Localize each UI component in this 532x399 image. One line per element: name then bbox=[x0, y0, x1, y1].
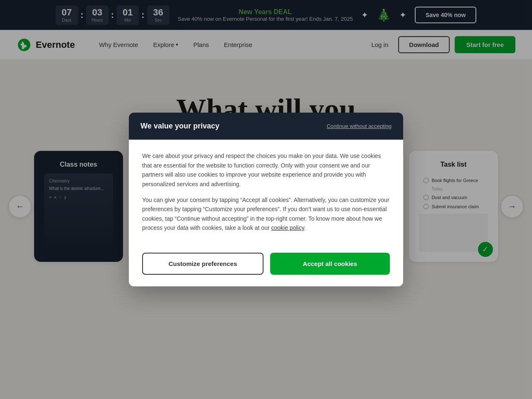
accept-all-cookies-button[interactable]: Accept all cookies bbox=[270, 253, 390, 275]
continue-without-link[interactable]: Continue without accepting bbox=[327, 123, 392, 129]
modal-body: We care about your privacy and respect t… bbox=[129, 140, 403, 244]
modal-footer: Customize preferences Accept all cookies bbox=[129, 244, 403, 286]
modal-title: We value your privacy bbox=[140, 122, 219, 131]
cookie-modal-overlay: We value your privacy Continue without a… bbox=[0, 0, 532, 309]
cookie-policy-link[interactable]: cookie policy bbox=[271, 224, 304, 231]
modal-para-2-text: You can give your consent by tapping “Ac… bbox=[142, 197, 389, 231]
modal-para-2-end: . bbox=[304, 224, 306, 231]
modal-para-2: You can give your consent by tapping “Ac… bbox=[142, 195, 390, 233]
customize-preferences-button[interactable]: Customize preferences bbox=[142, 253, 264, 275]
modal-header: We value your privacy Continue without a… bbox=[129, 113, 403, 140]
cookie-modal: We value your privacy Continue without a… bbox=[129, 113, 403, 286]
modal-para-1: We care about your privacy and respect t… bbox=[142, 151, 390, 189]
